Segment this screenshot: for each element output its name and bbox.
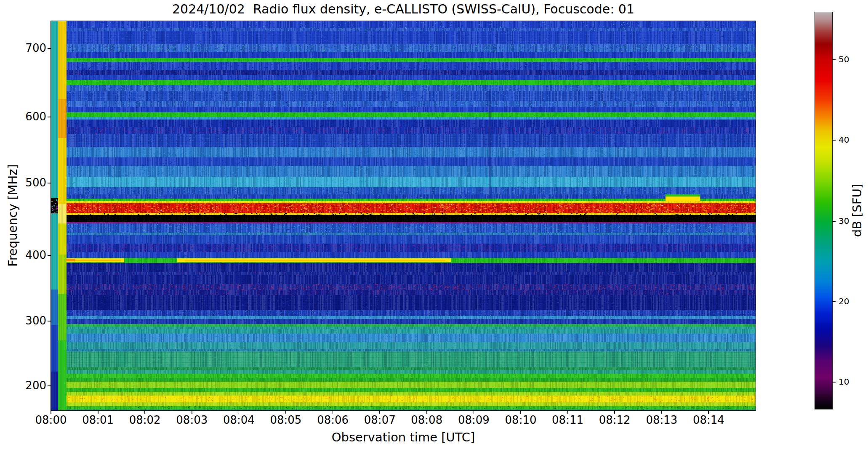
x-tick-label: 08:04	[213, 414, 264, 426]
colorbar-tick-label: 30	[839, 216, 849, 226]
x-tick-label: 08:05	[261, 414, 311, 426]
y-tick-label: 500	[0, 176, 46, 189]
x-tick-label: 08:07	[354, 414, 405, 426]
x-tick-mark	[614, 410, 615, 414]
y-tick-mark	[48, 255, 51, 256]
x-tick-label: 08:01	[73, 414, 123, 426]
colorbar	[815, 12, 833, 409]
y-tick-mark	[48, 321, 51, 321]
colorbar-tick-label: 50	[839, 54, 849, 64]
x-tick-label: 08:09	[448, 414, 499, 426]
colorbar-tick-mark	[832, 59, 836, 60]
x-tick-mark	[98, 410, 99, 414]
y-tick-mark	[48, 117, 51, 117]
y-tick-label: 700	[0, 42, 46, 54]
y-tick-label: 200	[0, 379, 46, 392]
x-tick-label: 08:03	[167, 414, 217, 426]
colorbar-tick-mark	[832, 140, 836, 141]
x-tick-label: 08:02	[120, 414, 170, 426]
y-tick-mark	[48, 48, 51, 49]
x-tick-mark	[239, 410, 240, 414]
x-tick-label: 08:12	[589, 414, 640, 426]
spectrogram-figure: 2024/10/02 Radio flux density, e-CALLIST…	[0, 0, 868, 449]
colorbar-label: dB [SFU]	[850, 184, 864, 237]
x-tick-label: 08:00	[26, 414, 76, 426]
y-tick-mark	[48, 183, 51, 183]
x-tick-mark	[285, 410, 286, 414]
x-tick-mark	[708, 410, 709, 414]
x-tick-label: 08:08	[402, 414, 452, 426]
x-tick-label: 08:13	[636, 414, 687, 426]
x-tick-label: 08:14	[683, 414, 734, 426]
y-tick-mark	[48, 385, 51, 386]
chart-title: 2024/10/02 Radio flux density, e-CALLIST…	[51, 2, 756, 16]
x-tick-mark	[567, 410, 568, 414]
x-tick-mark	[474, 410, 474, 414]
spectrogram-canvas	[51, 21, 756, 411]
colorbar-tick-mark	[832, 301, 836, 302]
x-tick-label: 08:06	[308, 414, 358, 426]
colorbar-tick-label: 10	[839, 377, 849, 387]
x-tick-label: 08:10	[495, 414, 546, 426]
x-axis-label: Observation time [UTC]	[51, 430, 756, 444]
y-tick-label: 600	[0, 110, 46, 123]
colorbar-tick-mark	[832, 221, 836, 222]
y-tick-label: 300	[0, 314, 46, 327]
x-tick-mark	[192, 410, 192, 414]
y-tick-label: 400	[0, 249, 46, 261]
x-tick-label: 08:11	[543, 414, 593, 426]
x-tick-mark	[520, 410, 521, 414]
colorbar-tick-label: 40	[839, 135, 849, 145]
x-tick-mark	[426, 410, 427, 414]
x-tick-mark	[144, 410, 145, 414]
x-tick-mark	[379, 410, 380, 414]
colorbar-tick-label: 20	[839, 296, 849, 306]
x-tick-mark	[661, 410, 662, 414]
x-tick-mark	[333, 410, 333, 414]
x-tick-mark	[51, 410, 51, 414]
colorbar-tick-mark	[832, 382, 836, 383]
